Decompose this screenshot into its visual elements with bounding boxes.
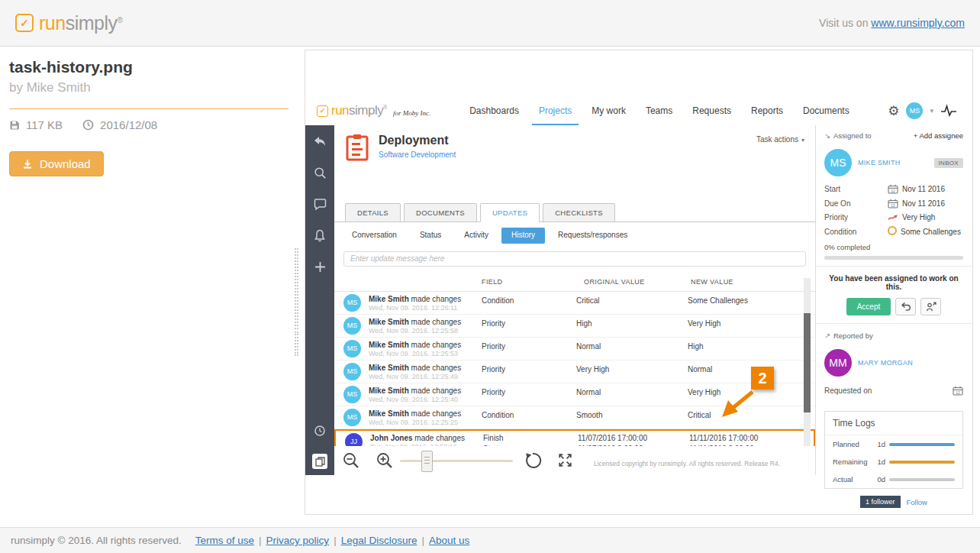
nav-item-teams[interactable]: Teams (636, 96, 682, 125)
change-original: Smooth (576, 411, 602, 419)
condition-icon (888, 226, 897, 237)
task-tabs: DETAILSDOCUMENTSUPDATESCHECKLISTS (334, 201, 815, 222)
activity-pulse-icon[interactable] (940, 104, 957, 118)
subtab-conversation[interactable]: Conversation (342, 228, 407, 244)
history-rows: MSMike Smith made changesWed, Nov 09. 20… (334, 292, 815, 454)
download-button[interactable]: Download (9, 151, 104, 176)
tab-checklists[interactable]: CHECKLISTS (543, 203, 615, 222)
change-field: Priority (482, 365, 505, 374)
add-assignee-button[interactable]: + Add assignee (914, 131, 963, 140)
nav-item-dashboards[interactable]: Dashboards (459, 96, 529, 125)
tab-documents[interactable]: DOCUMENTS (404, 203, 477, 222)
fullscreen-icon[interactable] (557, 452, 573, 468)
column-new-value: NEW VALUE (691, 278, 733, 286)
rotate-icon[interactable] (524, 451, 542, 470)
app-logo: ✓ runsimply® for Moby Inc. (317, 103, 430, 118)
history-clock-icon[interactable] (311, 422, 328, 439)
decline-return-button[interactable] (895, 298, 916, 315)
update-message-input[interactable] (343, 251, 806, 267)
logo-text: runsimply® (39, 12, 122, 34)
zoom-out-icon[interactable] (342, 451, 360, 470)
panel-resize-grip[interactable] (295, 331, 298, 356)
tab-details[interactable]: DETAILS (345, 203, 401, 222)
follow-link[interactable]: Follow (907, 498, 927, 506)
panel-resize-grip[interactable] (295, 248, 298, 329)
accept-button[interactable]: Accept (846, 298, 891, 315)
row-avatar-ms: MS (343, 317, 361, 335)
runsimply-link[interactable]: www.runsimply.com (871, 17, 965, 29)
calendar-icon[interactable]: 12 (953, 386, 963, 396)
subtab-status[interactable]: Status (410, 228, 451, 244)
followers-badge[interactable]: 1 follower (860, 496, 901, 508)
app-screenshot: ✓ runsimply® for Moby Inc. DashboardsPro… (305, 96, 972, 475)
reassign-button[interactable] (920, 298, 941, 315)
time-logs-box: Time Logs Planned1dRemaining1dActual0d (824, 411, 963, 489)
chat-icon[interactable] (311, 196, 328, 212)
notes-icon[interactable] (312, 454, 327, 469)
footer-link-terms-of-use[interactable]: Terms of use (195, 535, 254, 546)
nav-item-requests[interactable]: Requests (682, 96, 741, 125)
row-user: Mike Smith made changes (369, 364, 461, 372)
history-table-header: FIELD ORIGINAL VALUE NEW VALUE (334, 273, 815, 292)
nav-item-documents[interactable]: Documents (793, 96, 859, 125)
row-user: John Jones made changes (370, 434, 465, 442)
footer-link-legal-disclosure[interactable]: Legal Disclosure (341, 535, 417, 546)
time-log-actual: Actual0d (825, 471, 962, 488)
reporter-avatar[interactable]: MM (824, 349, 852, 377)
change-new: Normal (688, 365, 712, 374)
gear-icon[interactable]: ⚙ (888, 103, 899, 119)
subtab-activity[interactable]: Activity (454, 228, 498, 244)
field-condition: ConditionSome Challenges (824, 226, 963, 237)
history-row[interactable]: MSMike Smith made changesWed, Nov 09. 20… (334, 338, 815, 361)
time-log-value: 0d (873, 475, 885, 483)
zoom-in-icon[interactable] (376, 451, 394, 470)
tab-updates[interactable]: UPDATES (480, 203, 540, 222)
field-label: Start (824, 185, 888, 193)
search-icon[interactable] (311, 164, 328, 181)
subtab-history[interactable]: History (501, 228, 545, 244)
table-scrollbar[interactable] (804, 278, 811, 448)
subtab-requests-responses[interactable]: Requests/responses (548, 228, 637, 244)
zoom-slider[interactable] (400, 460, 513, 462)
chevron-down-icon[interactable]: ▾ (930, 107, 933, 115)
arrow-up-right-icon: ↗ (824, 331, 830, 340)
task-side-panel: ↘Assigned to + Add assignee MS MIKE SMIT… (815, 125, 972, 475)
history-row[interactable]: MSMike Smith made changesWed, Nov 09. 20… (334, 292, 815, 315)
reporter-name-link[interactable]: MARY MORGAN (858, 359, 963, 367)
assignee-name-link[interactable]: MIKE SMITH (858, 159, 934, 167)
field-value: 12Nov 11 2016 (888, 184, 963, 194)
change-new: Critical (688, 411, 711, 419)
row-date: Wed, Nov 09. 2016. 12:25:49 (369, 373, 458, 380)
update-composer (343, 251, 806, 267)
progress-bar (824, 256, 963, 260)
add-icon[interactable] (311, 258, 328, 275)
task-project-link[interactable]: Software Development (379, 150, 456, 159)
assignee-avatar[interactable]: MS (824, 149, 852, 176)
row-user: Mike Smith made changes (369, 341, 461, 349)
back-icon[interactable] (311, 133, 328, 150)
row-user: Mike Smith made changes (369, 386, 461, 395)
footer-link-about-us[interactable]: About us (429, 535, 469, 546)
svg-text:12: 12 (956, 390, 960, 395)
footer-link-privacy-policy[interactable]: Privacy policy (266, 535, 330, 546)
scrollbar-thumb[interactable] (804, 313, 811, 412)
user-avatar[interactable]: MS (906, 102, 923, 119)
clipboard-icon (346, 134, 369, 161)
task-actions-button[interactable]: Task actions▾ (756, 135, 804, 144)
task-main: Deployment Software Development Task act… (334, 125, 815, 475)
nav-item-my-work[interactable]: My work (582, 96, 636, 125)
row-user: Mike Smith made changes (369, 295, 461, 303)
bell-icon[interactable] (311, 227, 328, 244)
runsimply-logo: ✓ runsimply® (15, 12, 122, 34)
history-row[interactable]: MSMike Smith made changesWed, Nov 09. 20… (334, 361, 815, 383)
row-avatar-ms: MS (343, 340, 361, 357)
change-original: High (576, 319, 592, 328)
field-value: Some Challenges (888, 226, 963, 237)
nav-item-reports[interactable]: Reports (741, 96, 793, 125)
nav-item-projects[interactable]: Projects (529, 96, 582, 125)
zoom-slider-handle[interactable] (421, 451, 433, 472)
history-row[interactable]: MSMike Smith made changesWed, Nov 09. 20… (334, 315, 815, 338)
annotation-arrow-icon (719, 388, 757, 420)
column-field: FIELD (482, 278, 503, 286)
row-date: Wed, Nov 09. 2016. 12:25:40 (369, 396, 458, 403)
